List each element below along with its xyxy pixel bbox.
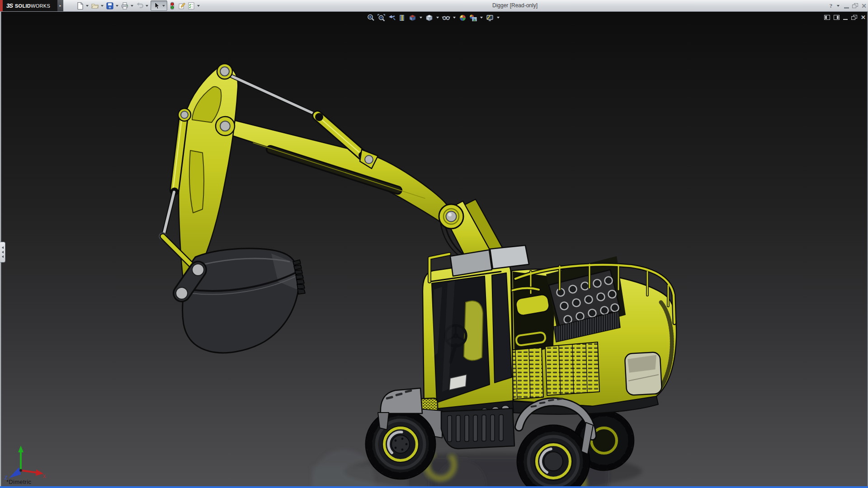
roof-panel-2	[490, 245, 529, 269]
view-orientation-icon	[408, 14, 417, 22]
new-document-icon	[76, 2, 84, 10]
standard-toolbar	[75, 0, 201, 11]
view-settings-button[interactable]	[485, 13, 495, 22]
document-title: Digger [Read-only]	[470, 0, 560, 11]
open-button[interactable]	[90, 1, 99, 10]
select-cursor-icon	[153, 2, 160, 9]
view-orientation-dropdown[interactable]	[420, 17, 422, 19]
view-settings-icon	[486, 14, 494, 22]
feature-manager-collapse-tab[interactable]	[0, 242, 5, 263]
triad-x-label: X	[42, 474, 46, 479]
select-tool-pressed	[151, 0, 167, 11]
dassault-3ds-mark: 3S	[6, 2, 13, 9]
restore-button[interactable]	[852, 3, 858, 8]
undo-dropdown[interactable]	[146, 5, 148, 7]
view-orientation-button[interactable]	[408, 13, 417, 22]
previous-view-icon	[387, 14, 396, 22]
hide-show-items-button[interactable]	[441, 13, 451, 22]
document-window-controls: ✕	[824, 14, 866, 20]
edit-appearance-icon	[458, 14, 467, 22]
options-checklist-icon	[187, 2, 195, 10]
rebuild-button[interactable]	[167, 1, 177, 10]
excavator-3d-model[interactable]	[0, 12, 868, 488]
help-dropdown[interactable]	[837, 5, 840, 7]
display-pane-toggle-icon[interactable]	[834, 15, 840, 20]
status-bar-edge	[0, 486, 868, 488]
collapse-arrow-icon	[2, 246, 4, 249]
edit-appearance-button[interactable]	[458, 13, 467, 22]
document-close-button[interactable]: ✕	[861, 14, 866, 20]
save-floppy-icon	[106, 2, 114, 10]
front-wheel	[366, 409, 435, 479]
print-button[interactable]	[120, 1, 129, 10]
save-button[interactable]	[105, 1, 114, 10]
rear-wheel	[517, 425, 590, 488]
document-restore-button[interactable]	[851, 15, 857, 20]
comment-button[interactable]	[177, 1, 186, 10]
solidworks-logo: 3S SOLIDWORKS	[3, 0, 57, 11]
apply-scene-button[interactable]	[468, 13, 478, 22]
collapse-arrow-icon	[2, 255, 4, 258]
apply-scene-icon	[469, 14, 477, 22]
display-style-button[interactable]	[425, 13, 434, 22]
graphics-area[interactable]: ✕ X Z *Dimetric	[0, 11, 868, 488]
comment-note-icon	[178, 2, 186, 10]
options-button[interactable]	[186, 1, 196, 10]
save-dropdown[interactable]	[116, 5, 118, 7]
solidworks-wordmark: SOLIDWORKS	[15, 3, 50, 9]
zoom-to-fit-button[interactable]	[366, 13, 376, 22]
undo-button[interactable]	[135, 1, 144, 10]
new-document-dropdown[interactable]	[86, 5, 89, 7]
operator-seat	[464, 301, 483, 361]
hide-show-items-dropdown[interactable]	[453, 17, 456, 19]
window-controls: ? ✕	[830, 0, 867, 11]
section-view-icon	[398, 14, 406, 22]
previous-view-button[interactable]	[387, 13, 396, 22]
boom-assembly[interactable]	[159, 64, 451, 353]
view-orientation-label: *Dimetric	[6, 479, 31, 485]
zoom-to-fit-icon	[367, 14, 375, 22]
stoplight-icon	[169, 2, 176, 10]
undo-icon	[136, 2, 144, 10]
open-folder-icon	[91, 2, 99, 10]
open-dropdown[interactable]	[101, 5, 104, 7]
document-minimize-button[interactable]	[843, 19, 848, 20]
new-document-button[interactable]	[75, 1, 85, 10]
print-icon	[121, 2, 129, 10]
hide-show-items-icon	[442, 14, 450, 22]
print-dropdown[interactable]	[131, 5, 133, 7]
apply-scene-dropdown[interactable]	[480, 17, 483, 19]
reference-triad: X Z	[3, 445, 48, 480]
feature-pane-toggle-icon[interactable]	[824, 15, 830, 20]
title-bar: 3S SOLIDWORKS ▸	[0, 0, 868, 12]
display-style-dropdown[interactable]	[436, 17, 439, 19]
zoom-to-area-icon	[377, 14, 386, 22]
select-dropdown[interactable]	[162, 5, 165, 7]
front-fender	[381, 388, 422, 413]
solidworks-app: { "titlebar": { "logo_mark": "3S", "logo…	[0, 0, 868, 488]
options-dropdown[interactable]	[197, 5, 200, 7]
help-button[interactable]: ?	[830, 2, 833, 9]
display-style-icon	[425, 14, 434, 22]
menu-flyout-arrow[interactable]: ▸	[57, 0, 63, 11]
heads-up-view-toolbar	[366, 13, 501, 22]
minimize-button[interactable]	[844, 7, 849, 9]
collapse-arrow-icon	[2, 251, 4, 253]
section-view-button[interactable]	[397, 13, 407, 22]
close-button[interactable]: ✕	[861, 3, 867, 9]
view-settings-dropdown[interactable]	[497, 17, 500, 19]
select-button[interactable]	[151, 1, 161, 10]
zoom-to-area-button[interactable]	[377, 13, 386, 22]
